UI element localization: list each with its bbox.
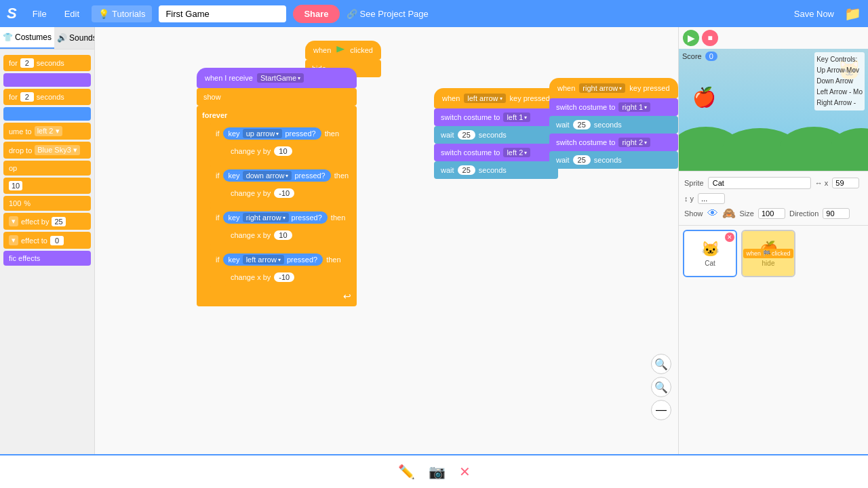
- block-costume-left2[interactable]: ume to left 2 ▾: [3, 123, 91, 140]
- if-right-arrow[interactable]: if key right arrow ▾ pressed? then chang…: [210, 206, 357, 247]
- scratch-logo: S: [7, 5, 17, 22]
- sprite-thumb-cat[interactable]: ✕ 🐱 Cat: [683, 230, 737, 277]
- show-hidden-icon[interactable]: 🙈: [722, 207, 736, 220]
- key-left-label: Left Arrow - Mo: [816, 87, 863, 98]
- canvas-area[interactable]: when clicked hide when I receive StartGa…: [95, 27, 678, 461]
- stage-score: Score 0: [682, 52, 717, 60]
- sprite-thumb-apple[interactable]: 🍎 when 🏁 clicked hide: [741, 230, 795, 277]
- direction-label: Direction: [789, 209, 818, 218]
- block-graphic-effects[interactable]: fic effects: [3, 251, 91, 266]
- key-controls-overlay: Key Controls: Up Arrow Mov Down Arrow Le…: [814, 52, 865, 110]
- sprite-name-input[interactable]: [708, 177, 811, 189]
- sprite-delete-cat[interactable]: ✕: [725, 232, 734, 242]
- flag-icon: [336, 46, 344, 54]
- block-wait-left1[interactable]: wait 25 seconds: [434, 126, 558, 144]
- block-val-10[interactable]: 10: [3, 178, 91, 194]
- show-visible-icon[interactable]: 👁: [707, 207, 718, 220]
- if-left-arrow[interactable]: if key left arrow ▾ pressed? then change…: [210, 248, 357, 289]
- block-change-y-10[interactable]: change y by 10: [224, 142, 354, 160]
- block-wait-left2[interactable]: wait 25 seconds: [434, 161, 558, 179]
- key-controls-title: Key Controls:: [816, 54, 863, 65]
- direction-value: 90: [823, 208, 850, 219]
- edit-menu[interactable]: Edit: [59, 6, 85, 22]
- block-costume-right2[interactable]: switch costume to right 2 ▾: [549, 134, 678, 151]
- block-change-y-neg10[interactable]: change y by -10: [224, 184, 354, 202]
- block-size-100[interactable]: 100 %: [3, 196, 91, 211]
- left-panel: 👕 Costumes 🔊 Sounds for 2 seconds for 2 …: [0, 27, 95, 488]
- hat-right-key[interactable]: when right arrow ▾ key pressed: [549, 78, 678, 98]
- block-show[interactable]: show: [197, 88, 357, 106]
- block-costume-left2[interactable]: switch costume to left 2 ▾: [434, 144, 558, 161]
- cat-emoji: 🐱: [701, 241, 719, 258]
- see-project-link[interactable]: 🔗 See Project Page: [347, 9, 429, 19]
- zoom-controls: 🔍 🔍 —: [651, 354, 671, 420]
- camera-icon[interactable]: 📷: [429, 464, 446, 480]
- green-flag-button[interactable]: ▶: [683, 30, 699, 46]
- code-overlay: when 🏁 clicked: [743, 231, 794, 276]
- red-stop-button[interactable]: ■: [702, 30, 718, 46]
- zoom-reset-button[interactable]: —: [651, 400, 671, 420]
- key-right-label: Right Arrow -: [816, 98, 863, 108]
- block-backdrop[interactable]: drop to Blue Sky3 ▾: [3, 142, 91, 159]
- stage-controls: ▶ ■: [679, 27, 868, 49]
- block-forever[interactable]: forever if key up arrow ▾ pressed? then …: [197, 106, 357, 306]
- block-op[interactable]: op: [3, 161, 91, 176]
- stage-canvas: Score 0 🐱 🍎 Key Controls: Up Arrow Mov D…: [679, 49, 868, 171]
- key-down-label: Down Arrow: [816, 76, 863, 87]
- block-purple-1[interactable]: [3, 73, 91, 87]
- file-menu[interactable]: File: [27, 6, 52, 22]
- costume-icon: 👕: [3, 33, 13, 42]
- share-button[interactable]: Share: [293, 5, 339, 23]
- project-name-input[interactable]: [159, 5, 286, 22]
- left-blocks: for 2 seconds for 2 seconds ume to left …: [0, 49, 94, 488]
- sprite-list: ✕ 🐱 Cat 🍎 when 🏁 clicked hide: [679, 225, 868, 488]
- score-value: 0: [705, 52, 717, 61]
- x-value: 59: [832, 178, 859, 188]
- zoom-out-button[interactable]: 🔍: [651, 377, 671, 397]
- save-now-button[interactable]: Save Now: [794, 9, 834, 19]
- close-icon[interactable]: ✕: [459, 464, 471, 480]
- size-value: 100: [758, 208, 785, 219]
- cat-label: Cat: [705, 260, 715, 267]
- tab-sounds[interactable]: 🔊 Sounds: [54, 27, 95, 49]
- sprite-name-label: Sprite: [684, 179, 704, 187]
- sprite-info: Sprite ↔ x 59 ↕ y ... Show 👁 🙈 Size 100 …: [679, 171, 868, 225]
- hat-when-clicked[interactable]: when clicked: [305, 41, 381, 60]
- tab-costumes[interactable]: 👕 Costumes: [0, 27, 54, 49]
- block-wait-2[interactable]: for 2 seconds: [3, 89, 91, 105]
- stage-hills: [679, 120, 868, 147]
- group-left-arrow-key: when left arrow ▾ key pressed switch cos…: [434, 88, 558, 179]
- x-label: ↔ x: [815, 179, 829, 187]
- center-canvas: when clicked hide when I receive StartGa…: [95, 27, 678, 488]
- block-effect-to[interactable]: ▾ effect to 0: [3, 232, 91, 249]
- hat-receive[interactable]: when I receive StartGame ▾: [197, 68, 357, 88]
- external-link-icon: 🔗: [347, 9, 357, 19]
- block-costume-left1[interactable]: switch costume to left 1 ▾: [434, 108, 558, 126]
- block-wait[interactable]: for 2 seconds: [3, 55, 91, 71]
- mini-code-block: when 🏁 clicked: [743, 249, 793, 258]
- sound-icon: 🔊: [57, 33, 67, 43]
- block-blue-1[interactable]: [3, 107, 91, 121]
- size-label: Size: [740, 209, 754, 218]
- tutorials-button[interactable]: 💡 Tutorials: [92, 5, 152, 22]
- block-change-x-neg10[interactable]: change x by -10: [224, 268, 354, 286]
- forever-inner: if key up arrow ▾ pressed? then change y…: [210, 122, 357, 289]
- paint-icon[interactable]: ✏️: [398, 464, 415, 480]
- if-up-arrow[interactable]: if key up arrow ▾ pressed? then change y…: [210, 122, 357, 163]
- if-down-arrow[interactable]: if key down arrow ▾ pressed? then change…: [210, 164, 357, 205]
- y-label: ↕ y: [684, 195, 694, 203]
- show-label: Show: [684, 209, 703, 218]
- block-wait-right1[interactable]: wait 25 seconds: [549, 116, 678, 134]
- forever-arrow: ↩: [343, 291, 351, 302]
- topbar: S File Edit 💡 Tutorials Share 🔗 See Proj…: [0, 0, 868, 27]
- hat-left-key[interactable]: when left arrow ▾ key pressed: [434, 88, 558, 108]
- main-layout: 👕 Costumes 🔊 Sounds for 2 seconds for 2 …: [0, 27, 868, 488]
- account-icon[interactable]: 📁: [844, 5, 861, 22]
- block-wait-right2[interactable]: wait 25 seconds: [549, 151, 678, 169]
- group-receive: when I receive StartGame ▾ show forever …: [197, 68, 357, 306]
- zoom-in-button[interactable]: 🔍: [651, 354, 671, 374]
- block-costume-right1[interactable]: switch costume to right 1 ▾: [549, 98, 678, 116]
- canvas-scroll[interactable]: when clicked hide when I receive StartGa…: [95, 27, 678, 461]
- block-effect-by[interactable]: ▾ effect by 25: [3, 213, 91, 230]
- block-change-x-10[interactable]: change x by 10: [224, 226, 354, 244]
